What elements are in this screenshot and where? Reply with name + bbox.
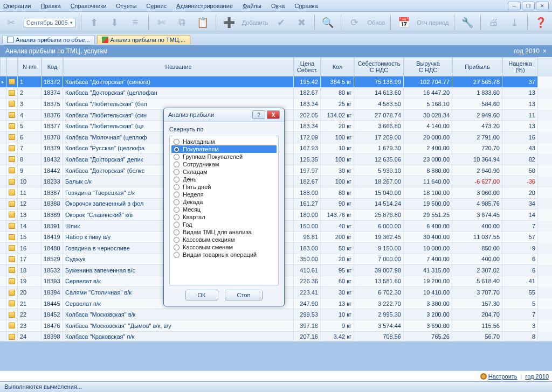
minimize-icon[interactable]: ─ [508,2,521,10]
menu-item[interactable]: Файлы [243,3,261,9]
radio-option[interactable]: Квартал [171,213,277,221]
menu-item[interactable]: Операции [3,3,31,9]
folder-icon[interactable] [6,320,18,332]
folder-icon[interactable] [6,187,18,199]
print-icon[interactable]: 🖨 [486,15,501,30]
dialog-help-icon[interactable]: ? [252,110,265,119]
refresh-icon[interactable]: ⟳ [347,15,362,30]
col-name[interactable]: Название [63,57,294,76]
folder-icon[interactable] [6,265,18,276]
radio-option[interactable]: Сотрудникам [171,160,277,168]
sort-asc-icon[interactable]: ⬆ [87,15,102,30]
close-doc-icon[interactable]: × [543,47,547,55]
col-rev[interactable]: Выручка С НДС [404,57,452,76]
sort-desc-icon[interactable]: ⬇ [107,15,122,30]
folder-icon[interactable] [6,298,18,310]
radio-option[interactable]: Складам [171,168,277,176]
table-row[interactable]: 2218452Колбаса "Московская" в/к299.5310 … [0,309,552,320]
menu-item[interactable]: Правка [40,3,60,9]
folder-icon[interactable] [6,221,18,232]
col-code[interactable]: Код [42,57,63,76]
folder-icon[interactable] [6,276,18,288]
help-icon[interactable]: ❓ [533,15,548,30]
period-link[interactable]: год 2010 [525,373,549,380]
radio-option[interactable]: Группам Покупателей [171,153,277,160]
ok-button[interactable]: ОК [185,290,218,300]
menu-item[interactable]: Отчеты [116,3,136,9]
col-cost[interactable]: Себестоимость С НДС [354,57,404,76]
folder-icon[interactable] [6,143,18,155]
col-profit[interactable]: Прибыль [452,57,502,76]
cut-icon[interactable]: ✄ [154,15,169,30]
col-margin[interactable]: Наценка (%) [502,57,538,76]
stop-button[interactable]: Стоп [225,290,263,300]
add-icon[interactable]: ➕ [222,15,237,30]
folder-icon[interactable] [6,76,18,88]
paste-icon[interactable]: 📋 [195,15,210,30]
wrench-icon[interactable]: 🔧 [460,15,475,30]
folder-icon[interactable] [6,243,18,254]
check-icon[interactable]: ✔ [273,15,288,30]
folder-icon[interactable] [6,309,18,320]
folder-icon[interactable] [6,287,18,298]
dialog-close-icon[interactable]: X [267,110,280,119]
delete-icon[interactable]: ✖ [294,15,309,30]
outline-icon[interactable]: ≡ [128,15,143,30]
cell-code: 18387 [42,187,63,199]
cell-profit: 204.70 [452,309,502,320]
radio-option[interactable]: Кассовым секциям [171,236,277,243]
tab-profit-objects[interactable]: Анализ прибыли по объе... [2,35,95,44]
menu-item[interactable]: Окна [271,3,285,9]
cell-margin: 8 [502,332,538,341]
table-row[interactable]: 218374Колбаса "Докторская" (целлофан182.… [0,88,552,99]
radio-option[interactable]: Видам ТМЦ для анализа [171,228,277,236]
col-np[interactable]: N п/п [18,57,42,76]
radio-option[interactable]: Покупателям [171,145,277,153]
folder-icon[interactable] [6,254,18,265]
restore-icon[interactable]: ❐ [522,2,535,10]
folder-icon[interactable] [6,176,18,187]
col-price[interactable]: Цена Себест. [294,57,321,76]
cell-code: 18452 [42,309,63,320]
radio-option[interactable]: Пять дней [171,183,277,191]
close-icon[interactable]: ✕ [536,2,549,10]
folder-icon[interactable] [6,165,18,177]
radio-option[interactable]: Неделя [171,191,277,198]
folder-icon[interactable] [6,88,18,99]
radio-option[interactable]: Год [171,221,277,228]
menu-item[interactable]: Сервис [146,3,167,9]
radio-option[interactable]: Кассовым сменам [171,243,277,251]
menu-item[interactable]: Справочники [71,3,107,9]
folder-icon[interactable] [6,232,18,243]
tools-icon[interactable]: ✂ [3,15,18,30]
folder-icon[interactable] [6,110,18,121]
radio-option[interactable]: День [171,176,277,183]
radio-option[interactable]: Накладным [171,138,277,145]
col-qty[interactable]: Кол [321,57,354,76]
calendar-icon[interactable]: 📅 [396,15,411,30]
export-icon[interactable]: ⤓ [507,15,522,30]
table-row[interactable]: 2318476Колбаса "Московская" "Дымов" в/к,… [0,320,552,332]
menu-item[interactable]: Администрирование [176,3,233,9]
radio-option[interactable]: Видам товарных операций [171,251,277,258]
radio-panel[interactable]: НакладнымПокупателямГруппам ПокупателейС… [169,136,279,285]
folder-icon[interactable] [6,332,18,341]
search-icon[interactable]: 🔍 [320,15,335,30]
radio-option[interactable]: Декада [171,198,277,206]
folder-icon[interactable] [6,209,18,221]
radio-option[interactable]: Месяц [171,206,277,213]
tab-profit-tmc[interactable]: Анализ прибыли по ТМЦ,... [97,35,191,44]
menu-item[interactable]: Справка [294,3,318,9]
period-select[interactable]: Сентябрь 2005 [24,18,75,27]
folder-icon[interactable] [6,132,18,143]
folder-icon[interactable] [6,199,18,210]
table-row[interactable]: 2418398Колбаса "Краковская" п/к207.163.4… [0,332,552,341]
copy-icon[interactable]: ⧉ [175,15,190,30]
cell-code: 18419 [42,232,63,243]
folder-icon[interactable] [6,154,18,165]
folder-icon[interactable] [6,121,18,132]
folder-icon[interactable] [6,99,18,110]
toolbar: ✂ Сентябрь 2005 ⬆ ⬇ ≡ ✄ ⧉ 📋 ➕ Добавить ✔… [0,12,552,33]
configure-link[interactable]: Настроить [488,373,518,380]
table-row[interactable]: ▸118372Колбаса "Докторская" (синюга)195.… [0,76,552,88]
